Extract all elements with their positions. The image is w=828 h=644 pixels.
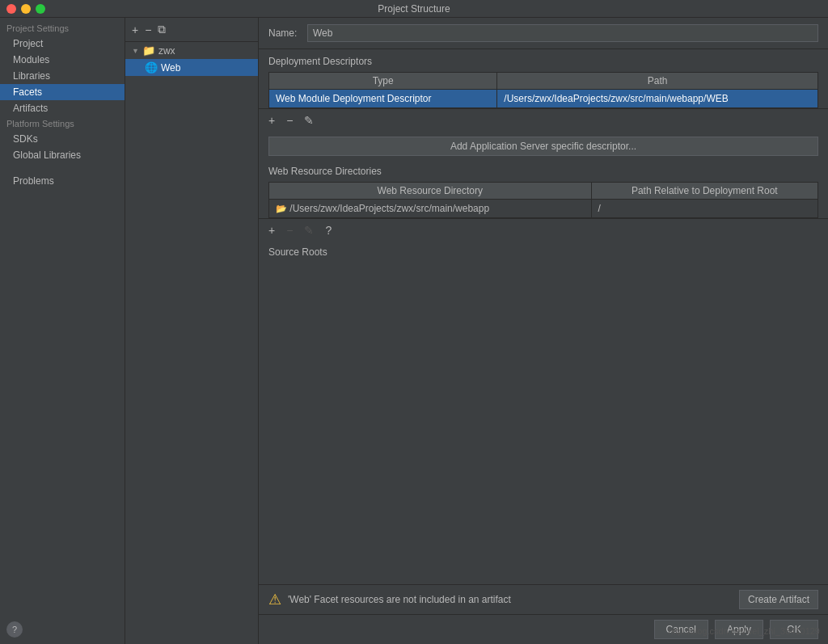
sidebar-item-problems-label: Problems bbox=[13, 175, 54, 187]
tree-item-web-label: Web bbox=[161, 62, 180, 74]
sidebar-item-problems[interactable]: Problems bbox=[0, 173, 125, 189]
minimize-btn[interactable] bbox=[21, 4, 31, 14]
wd-row-dir: 📂 /Users/zwx/IdeaProjects/zwx/src/main/w… bbox=[269, 200, 592, 218]
tree-toolbar: + − ⧉ bbox=[125, 18, 258, 42]
add-descriptor-btn[interactable]: Add Application Server specific descript… bbox=[268, 137, 818, 156]
wd-toolbar: + − ✎ ? bbox=[259, 218, 828, 242]
deployment-descriptors-title: Deployment Descriptors bbox=[268, 56, 818, 67]
web-icon: 🌐 bbox=[145, 61, 158, 74]
wd-table: Web Resource Directory Path Relative to … bbox=[268, 182, 818, 218]
sidebar-item-sdks[interactable]: SDKs bbox=[0, 131, 125, 147]
tree-item-zwx[interactable]: ▼ 📁 zwx bbox=[125, 42, 258, 59]
dd-add-btn[interactable]: + bbox=[265, 112, 278, 128]
sidebar-item-project-label: Project bbox=[13, 38, 43, 49]
sidebar-item-artifacts[interactable]: Artifacts bbox=[0, 100, 125, 116]
sidebar-item-modules[interactable]: Modules bbox=[0, 52, 125, 68]
wd-col-dir: Web Resource Directory bbox=[269, 183, 592, 200]
project-settings-label: Project Settings bbox=[0, 21, 125, 36]
wd-row-path: / bbox=[591, 200, 817, 218]
dd-col-type: Type bbox=[269, 73, 497, 90]
name-label: Name: bbox=[268, 27, 301, 39]
dd-remove-btn[interactable]: − bbox=[283, 112, 296, 128]
window-controls bbox=[6, 4, 45, 14]
source-roots-title: Source Roots bbox=[268, 246, 818, 258]
dd-row-type: Web Module Deployment Descriptor bbox=[269, 90, 497, 108]
dd-col-path: Path bbox=[497, 73, 818, 90]
close-btn[interactable] bbox=[6, 4, 16, 14]
title-bar: Project Structure bbox=[0, 0, 828, 18]
sidebar-item-artifacts-label: Artifacts bbox=[13, 103, 48, 114]
sidebar-item-libraries-label: Libraries bbox=[13, 70, 50, 82]
sidebar-item-project[interactable]: Project bbox=[0, 36, 125, 52]
sidebar-item-facets[interactable]: Facets bbox=[0, 84, 125, 100]
table-row[interactable]: Web Module Deployment Descriptor /Users/… bbox=[269, 90, 818, 108]
sidebar-item-libraries[interactable]: Libraries bbox=[0, 68, 125, 84]
sidebar: Project Settings Project Modules Librari… bbox=[0, 18, 125, 644]
tree-item-web[interactable]: 🌐 Web bbox=[125, 59, 258, 76]
sidebar-item-sdks-label: SDKs bbox=[13, 133, 38, 145]
expand-icon: ▼ bbox=[132, 47, 139, 55]
name-row: Name: bbox=[259, 18, 828, 49]
deployment-descriptors-table: Type Path Web Module Deployment Descript… bbox=[268, 72, 818, 108]
dd-toolbar: + − ✎ bbox=[259, 108, 828, 132]
dd-edit-btn[interactable]: ✎ bbox=[301, 112, 317, 128]
platform-settings-label: Platform Settings bbox=[0, 116, 125, 131]
tree-add-btn[interactable]: + bbox=[130, 22, 140, 38]
sidebar-item-global-libraries[interactable]: Global Libraries bbox=[0, 147, 125, 163]
window-title: Project Structure bbox=[378, 3, 450, 15]
content-panel: Name: Deployment Descriptors Type Path W… bbox=[259, 18, 828, 644]
warning-icon: ⚠ bbox=[268, 591, 281, 608]
dd-row-path: /Users/zwx/IdeaProjects/zwx/src/main/web… bbox=[497, 90, 818, 108]
wd-section-title: Web Resource Directories bbox=[268, 166, 818, 177]
table-row[interactable]: 📂 /Users/zwx/IdeaProjects/zwx/src/main/w… bbox=[269, 200, 818, 218]
folder-blue-icon: 📂 bbox=[276, 204, 287, 213]
tree-panel: + − ⧉ ▼ 📁 zwx 🌐 Web bbox=[125, 18, 259, 644]
web-resource-directories-section: Web Resource Directories Web Resource Di… bbox=[259, 161, 828, 218]
help-area: ? bbox=[6, 621, 23, 638]
tree-copy-btn[interactable]: ⧉ bbox=[156, 21, 167, 38]
wd-add-btn[interactable]: + bbox=[265, 222, 278, 238]
wd-help-btn[interactable]: ? bbox=[322, 222, 335, 238]
wd-remove-btn[interactable]: − bbox=[283, 222, 296, 238]
maximize-btn[interactable] bbox=[36, 4, 45, 14]
folder-icon: 📁 bbox=[142, 44, 155, 57]
create-artifact-btn[interactable]: Create Artifact bbox=[739, 590, 818, 609]
warning-text: 'Web' Facet resources are not included i… bbox=[288, 594, 733, 605]
deployment-descriptors-section: Deployment Descriptors Type Path Web Mod… bbox=[259, 49, 828, 108]
sidebar-item-facets-label: Facets bbox=[13, 86, 42, 98]
help-btn[interactable]: ? bbox=[6, 621, 23, 638]
warning-bar: ⚠ 'Web' Facet resources are not included… bbox=[259, 584, 828, 614]
tree-item-zwx-label: zwx bbox=[158, 45, 175, 57]
spacer bbox=[259, 263, 828, 584]
sidebar-item-modules-label: Modules bbox=[13, 54, 49, 65]
tree-remove-btn[interactable]: − bbox=[143, 22, 153, 38]
name-input[interactable] bbox=[307, 24, 818, 42]
sidebar-item-global-libraries-label: Global Libraries bbox=[13, 149, 81, 161]
wd-col-path: Path Relative to Deployment Root bbox=[591, 183, 817, 200]
watermark: http://blog.csdn.net/wei_zhi_38410129 bbox=[668, 626, 820, 636]
wd-edit-btn[interactable]: ✎ bbox=[301, 222, 317, 238]
source-roots-section: Source Roots bbox=[259, 242, 828, 263]
